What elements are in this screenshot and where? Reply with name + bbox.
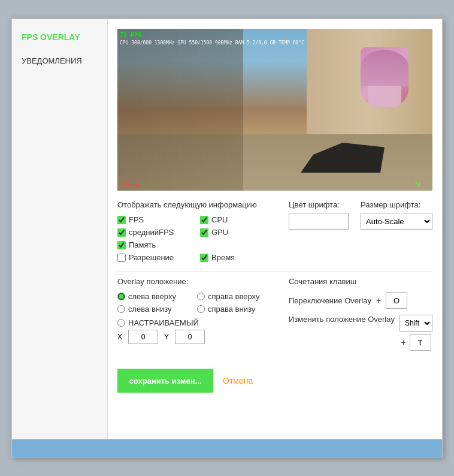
shortcuts-title: Сочетания клавиш	[289, 277, 432, 286]
chk-gpu-input[interactable]	[200, 228, 208, 237]
game-overlay-info: 72 FPS CPU 300/600 1300MHz GPU 550/1500 …	[120, 31, 304, 47]
font-color-group: Цвет шрифта:	[289, 200, 349, 230]
sidebar-item-fps-overlay[interactable]: FPS OVERLAY	[12, 25, 107, 49]
chk-time-label: Время	[211, 253, 235, 262]
font-size-label: Размер шрифта:	[361, 200, 432, 209]
chk-fps-label: FPS	[129, 215, 144, 224]
radio-bottom-right-label: справа внизу	[208, 305, 255, 314]
game-screenshot: 72 FPS CPU 300/600 1300MHz GPU 550/1500 …	[117, 29, 432, 191]
game-graffiti	[361, 47, 408, 107]
custom-x-input[interactable]	[128, 330, 158, 344]
custom-y-label: Y	[164, 333, 169, 341]
font-row: Цвет шрифта: Размер шрифта: Auto-Scale S…	[289, 200, 432, 230]
sidebar-item-notifications[interactable]: УВЕДОМЛЕНИЯ	[12, 49, 107, 73]
radio-top-right[interactable]: справа вверху	[197, 292, 271, 301]
display-info-section: Отображать следующую информацию FPS CPU	[117, 200, 277, 262]
radio-top-right-label: справа вверху	[208, 292, 260, 301]
chk-resolution-label: Разрешение	[129, 253, 174, 262]
app-window: FPS OVERLAY УВЕДОМЛЕНИЯ	[11, 19, 443, 457]
action-buttons: сохранить измен... Отмена	[117, 369, 432, 393]
font-color-label: Цвет шрифта:	[289, 200, 349, 209]
font-color-input[interactable]	[289, 213, 349, 230]
radio-bottom-left[interactable]: слева внизу	[117, 305, 191, 314]
custom-y-input[interactable]	[175, 330, 205, 344]
radio-top-left[interactable]: слева вверху	[117, 292, 191, 301]
shortcut-move-row: Изменить положение Overlay Shift Ctrl Al…	[289, 315, 432, 351]
checkbox-avg-fps[interactable]: среднийFPS	[117, 228, 194, 237]
radio-custom-input[interactable]	[117, 319, 125, 327]
chk-cpu-label: CPU	[211, 215, 228, 224]
shortcut-move-plus: +	[401, 338, 405, 347]
custom-x-label: X	[117, 333, 122, 341]
radio-top-left-label: слева вверху	[128, 292, 176, 301]
radio-custom-label: НАСТРАИВАЕМЫЙ	[128, 318, 199, 327]
font-size-group: Размер шрифта: Auto-Scale Small Medium L…	[361, 200, 432, 230]
radio-bottom-right[interactable]: справа внизу	[197, 305, 271, 314]
checkbox-cpu[interactable]: CPU	[200, 215, 277, 224]
font-size-select[interactable]: Auto-Scale Small Medium Large	[361, 213, 432, 230]
shortcut-toggle-plus: +	[376, 296, 381, 305]
game-structure	[117, 29, 243, 191]
game-background	[117, 29, 432, 191]
shortcut-move-controls: Shift Ctrl Alt +	[399, 315, 432, 351]
radio-bottom-left-input[interactable]	[117, 305, 125, 313]
chk-memory-label: Память	[129, 240, 156, 249]
chk-cpu-input[interactable]	[200, 216, 208, 224]
chk-resolution-input[interactable]	[117, 254, 126, 262]
font-settings-section: Цвет шрифта: Размер шрифта: Auto-Scale S…	[289, 200, 432, 262]
chk-avg-fps-label: среднийFPS	[129, 228, 174, 237]
settings-section-top: Отображать следующую информацию FPS CPU	[117, 200, 432, 262]
chk-fps-input[interactable]	[117, 216, 126, 224]
cancel-button[interactable]: Отмена	[223, 376, 253, 385]
radio-bottom-left-label: слева внизу	[128, 305, 172, 314]
chk-memory-input[interactable]	[117, 241, 126, 249]
save-button[interactable]: сохранить измен...	[117, 369, 213, 393]
radio-group: слева вверху справа вверху слева внизу	[117, 292, 271, 314]
display-info-title: Отображать следующую информацию	[117, 200, 277, 209]
chk-gpu-label: GPU	[211, 228, 228, 237]
checkbox-empty	[200, 240, 277, 249]
shortcut-toggle-key-input[interactable]	[386, 292, 407, 309]
checkbox-resolution[interactable]: Разрешение	[117, 253, 194, 262]
radio-top-right-input[interactable]	[197, 293, 205, 300]
shortcut-toggle-label: Переключение Overlay	[289, 296, 371, 305]
game-health-bars: 130 ▮▮▮	[120, 182, 141, 188]
shortcut-move-key-row: +	[401, 334, 431, 351]
sidebar: FPS OVERLAY УВЕДОМЛЕНИЯ	[12, 19, 108, 439]
game-score: 74	[414, 182, 420, 188]
checkbox-gpu[interactable]: GPU	[200, 228, 277, 237]
shortcut-toggle-row: Переключение Overlay +	[289, 292, 432, 309]
shortcut-modifier-select[interactable]: Shift Ctrl Alt	[399, 315, 432, 332]
chk-time-input[interactable]	[200, 254, 208, 262]
radio-custom[interactable]: НАСТРАИВАЕМЫЙ	[117, 318, 271, 327]
overlay-position-title: Overlay положение:	[117, 277, 271, 286]
checkbox-fps[interactable]: FPS	[117, 215, 194, 224]
main-content: 72 FPS CPU 300/600 1300MHz GPU 550/1500 …	[108, 19, 442, 439]
overlay-position-section: Overlay положение: слева вверху справа в…	[117, 277, 271, 357]
shortcut-move-label: Изменить положение Overlay	[289, 315, 395, 324]
radio-bottom-right-input[interactable]	[197, 305, 205, 313]
window-inner: FPS OVERLAY УВЕДОМЛЕНИЯ	[12, 19, 442, 439]
radio-top-left-input[interactable]	[117, 293, 125, 300]
checkbox-time[interactable]: Время	[200, 253, 277, 262]
shortcut-move-key-input[interactable]	[410, 334, 431, 351]
bottom-settings: Overlay положение: слева вверху справа в…	[117, 277, 432, 357]
checkbox-memory[interactable]: Память	[117, 240, 194, 249]
divider	[117, 272, 432, 272]
bottom-bar	[12, 439, 442, 457]
shortcuts-section: Сочетания клавиш Переключение Overlay + …	[289, 277, 432, 357]
chk-avg-fps-input[interactable]	[117, 228, 126, 237]
checkboxes-grid: FPS CPU среднийFPS GPU	[117, 215, 277, 262]
custom-xy-inputs: X Y	[117, 330, 271, 344]
game-stats: CPU 300/600 1300MHz GPU 550/1500 980MHz …	[120, 40, 304, 47]
